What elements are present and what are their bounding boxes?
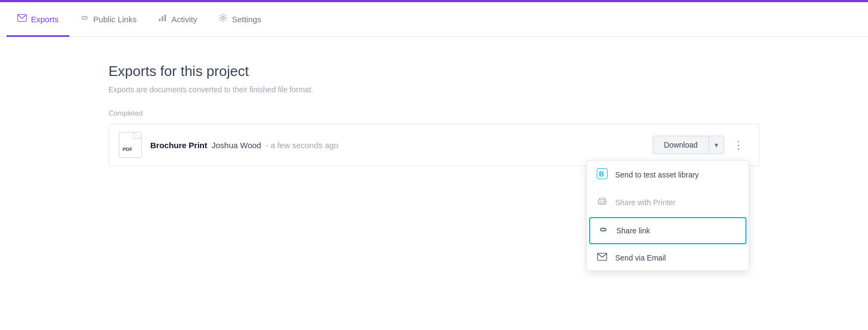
svg-rect-2: [162, 16, 163, 21]
tab-activity-label: Activity: [171, 15, 197, 24]
dropdown-item-send-to-library[interactable]: B Send to test asset library: [587, 161, 749, 189]
dropdown-menu: B Send to test asset library: [586, 160, 749, 271]
dropdown-item-share-printer[interactable]: Share with Printer: [587, 189, 749, 216]
link-icon: [80, 14, 89, 24]
pdf-file-icon: PDF: [119, 132, 142, 158]
download-dropdown-button[interactable]: ▾: [709, 136, 724, 154]
download-button[interactable]: Download: [653, 136, 709, 154]
page-title: Exports for this project: [108, 63, 760, 80]
exports-icon: [17, 14, 27, 24]
brand-icon: B: [597, 168, 608, 181]
tab-exports-label: Exports: [31, 15, 59, 24]
activity-icon: [158, 14, 167, 24]
chain-link-icon: [598, 225, 609, 237]
dropdown-item-share-link[interactable]: Share link: [589, 217, 746, 244]
tab-settings[interactable]: Settings: [208, 3, 272, 37]
email-icon: [597, 253, 608, 263]
tab-public-links[interactable]: Public Links: [69, 3, 148, 37]
svg-rect-3: [164, 15, 166, 21]
dropdown-item-label: Send to test asset library: [615, 170, 699, 179]
settings-icon: [219, 14, 227, 24]
dropdown-item-label: Share with Printer: [615, 198, 675, 207]
svg-point-4: [222, 17, 225, 20]
page-subtitle: Exports are documents converted to their…: [108, 85, 760, 94]
svg-text:B: B: [599, 170, 604, 178]
svg-text:PDF: PDF: [123, 147, 133, 152]
navigation-tabs: Exports Public Links Activity Se: [0, 2, 868, 37]
main-content: Exports for this project Exports are doc…: [0, 37, 868, 330]
export-time: - a few seconds ago: [265, 141, 338, 150]
export-name: Brochure Print: [150, 141, 207, 150]
dropdown-item-label: Send via Email: [615, 253, 666, 262]
export-item-row: PDF Brochure Print Joshua Wood - a few s…: [108, 124, 760, 166]
section-label: Completed: [108, 109, 760, 117]
ellipsis-icon: ⋮: [733, 139, 744, 151]
dropdown-item-label: Share link: [616, 226, 650, 235]
svg-rect-1: [159, 18, 161, 21]
tab-exports[interactable]: Exports: [7, 3, 69, 37]
tab-settings-label: Settings: [232, 15, 261, 24]
svg-point-11: [604, 201, 605, 202]
chevron-down-icon: ▾: [714, 141, 718, 149]
printer-icon: [597, 196, 608, 208]
tab-activity[interactable]: Activity: [148, 3, 208, 37]
export-author: Joshua Wood: [212, 141, 261, 150]
tab-public-links-label: Public Links: [93, 15, 137, 24]
more-options-button[interactable]: ⋮: [727, 134, 749, 156]
dropdown-item-send-email[interactable]: Send via Email: [587, 245, 749, 270]
export-actions: Download ▾ ⋮ B Send to test asset l: [653, 134, 749, 156]
svg-rect-10: [600, 202, 604, 204]
export-info: Brochure Print Joshua Wood - a few secon…: [150, 141, 653, 150]
